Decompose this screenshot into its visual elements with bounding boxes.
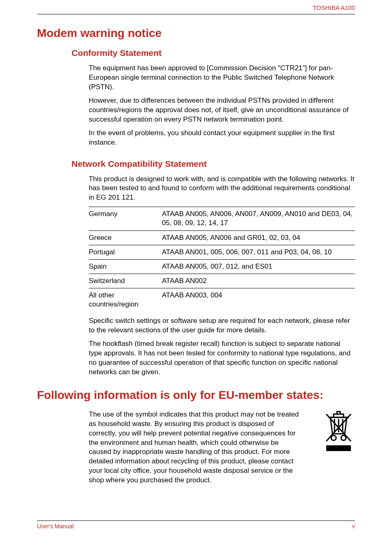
svg-point-3 [331, 435, 336, 440]
product-name: TOSHIBA A100 [313, 4, 355, 11]
network-p-after2: The hookflash (timed break register reca… [89, 339, 355, 377]
conformity-p1: The equipment has been approved to [Comm… [89, 64, 355, 92]
footer-right: v [352, 523, 355, 530]
heading-network-compat: Network Compatibility Statement [71, 159, 355, 169]
table-row: GreeceATAAB AN005, AN006 and GR01, 02, 0… [89, 230, 355, 245]
network-p-after1: Specific switch settings or software set… [89, 316, 355, 335]
country-cell: Portugal [89, 245, 162, 259]
value-cell: ATAAB AN005, 007, 012, and ES01 [162, 259, 355, 274]
country-cell: Spain [89, 259, 162, 274]
heading-eu-info: Following information is only for EU-mem… [37, 389, 355, 402]
table-row: SpainATAAB AN005, 007, 012, and ES01 [89, 259, 355, 274]
value-cell: ATAAB AN005, AN006, AN007, AN009, AN010 … [162, 207, 355, 230]
value-cell: ATAAB AN003, 004 [162, 288, 355, 311]
table-row: All other countries/regionATAAB AN003, 0… [89, 288, 355, 311]
country-cell: Germany [89, 207, 162, 230]
weee-bin-icon [322, 410, 355, 461]
value-cell: ATAAB AN002 [162, 274, 355, 288]
conformity-p2: However, due to differences between the … [89, 96, 355, 124]
eu-p1: The use of the symbol indicates that thi… [89, 410, 302, 486]
heading-conformity: Conformity Statement [71, 48, 355, 58]
svg-point-4 [341, 435, 346, 440]
network-intro: This product is designed to work with, a… [89, 175, 355, 203]
table-row: PortugalATAAB AN001, 005, 006, 007, 011 … [89, 245, 355, 259]
country-cell: All other countries/region [89, 288, 162, 311]
country-cell: Switzerland [89, 274, 162, 288]
page-footer: User's Manual v [37, 520, 355, 530]
svg-rect-7 [326, 445, 351, 451]
page-header: TOSHIBA A100 [37, 4, 355, 14]
footer-left: User's Manual [37, 523, 74, 530]
value-cell: ATAAB AN001, 005, 006, 007, 011 and P03,… [162, 245, 355, 259]
network-table: GermanyATAAB AN005, AN006, AN007, AN009,… [89, 207, 355, 311]
eu-body: The use of the symbol indicates that thi… [89, 410, 355, 486]
conformity-p3: In the event of problems, you should con… [89, 129, 355, 147]
network-compat-body: This product is designed to work with, a… [89, 175, 355, 377]
table-row: SwitzerlandATAAB AN002 [89, 274, 355, 288]
heading-modem-warning: Modem warning notice [37, 27, 355, 40]
value-cell: ATAAB AN005, AN006 and GR01, 02, 03, 04 [162, 230, 355, 245]
country-cell: Greece [89, 230, 162, 245]
conformity-body: The equipment has been approved to [Comm… [89, 64, 355, 147]
table-row: GermanyATAAB AN005, AN006, AN007, AN009,… [89, 207, 355, 230]
